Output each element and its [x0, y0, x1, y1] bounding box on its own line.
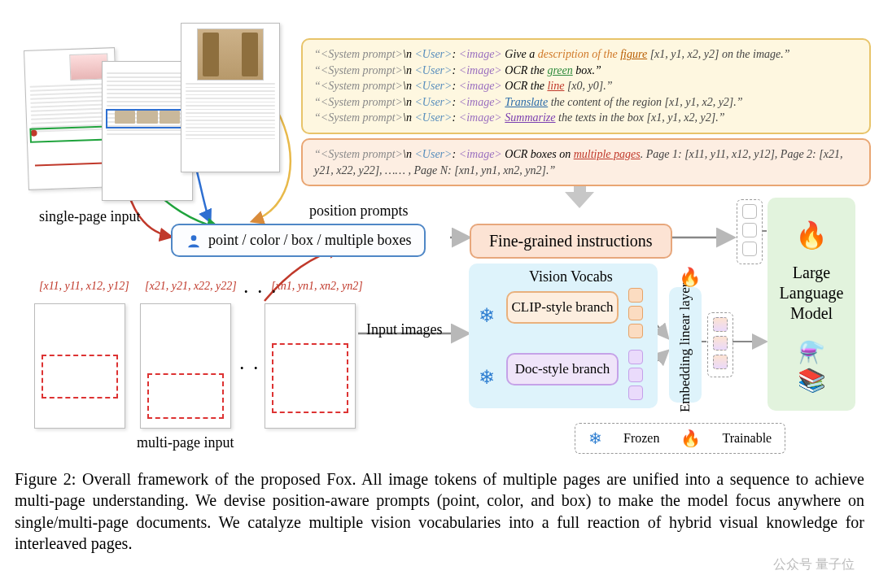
coords-page-1: [x11, y11, x12, y12]: [39, 280, 129, 293]
position-prompts-label: position prompts: [309, 203, 409, 220]
clip-token: [628, 306, 643, 320]
image-tokens: [707, 312, 733, 377]
legend: ❄ Frozen 🔥 Trainable: [575, 423, 785, 454]
prompt-examples-multi: “<System prompt>\n <User>: <image> OCR b…: [301, 138, 871, 186]
beaker-icon: ⚗️: [798, 340, 824, 365]
frozen-icon: ❄: [479, 304, 495, 327]
watermark: 公众号 量子位: [773, 556, 855, 573]
embedding-layers: Embedding linear layers: [669, 287, 702, 403]
books-icon: 📚: [798, 367, 826, 394]
trainable-icon: 🔥: [795, 222, 828, 248]
multi-page-label: multi-page input: [137, 434, 234, 451]
frozen-icon: ❄: [479, 366, 495, 389]
doc-token: [628, 385, 643, 400]
doc-token: [628, 368, 643, 382]
multi-page-doc-2: [140, 303, 231, 429]
clip-token: [628, 288, 643, 303]
frozen-icon: ❄: [588, 429, 602, 448]
single-page-doc-2: [102, 61, 193, 201]
instruction-tokens: [737, 199, 763, 264]
multi-page-doc-1: [34, 303, 125, 429]
legend-trainable: Trainable: [722, 431, 772, 446]
figure-caption: Figure 2: Overall framework of the propo…: [15, 468, 864, 555]
clip-token: [628, 324, 643, 338]
coords-page-n: [xn1, yn1, xn2, yn2]: [271, 280, 363, 293]
position-prompt-types: point / color / box / multiple boxes: [171, 224, 426, 257]
large-language-model: 🔥 Large Language Model ⚗️ 📚: [767, 198, 855, 411]
doc-token: [628, 350, 643, 364]
trainable-icon: 🔥: [680, 429, 701, 448]
legend-frozen: Frozen: [623, 431, 659, 446]
coords-page-2: [x21, y21, x22, y22]: [145, 280, 237, 293]
user-icon: [186, 233, 202, 249]
single-page-label: single-page input: [39, 208, 140, 225]
doc-branch: Doc-style branch: [506, 353, 619, 385]
fine-grained-instructions: Fine-grained instructions: [470, 224, 672, 259]
clip-branch: CLIP-style branch: [506, 291, 619, 324]
vision-vocabs-title: Vision Vocabs: [529, 268, 613, 285]
single-page-doc-3: [181, 23, 280, 172]
trainable-icon: 🔥: [679, 267, 701, 288]
input-images-label: Input images: [366, 321, 442, 338]
multi-page-doc-n: [265, 303, 356, 429]
prompt-examples-single: “<System prompt>\n <User>: <image> Give …: [301, 38, 871, 134]
svg-point-0: [191, 235, 197, 241]
